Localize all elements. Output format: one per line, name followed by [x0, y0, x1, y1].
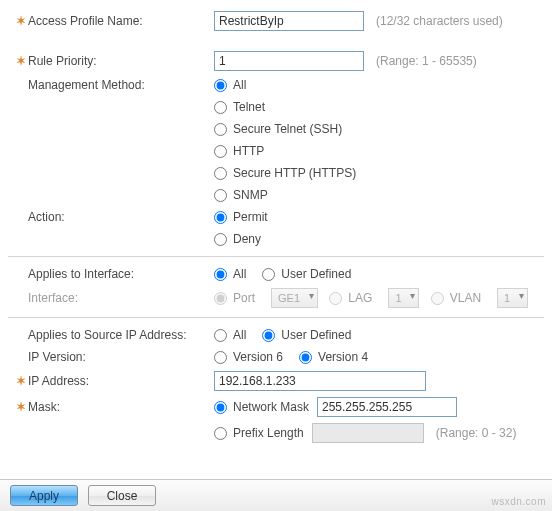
applies-source-ip-label: Applies to Source IP Address: — [28, 328, 214, 342]
rule-priority-label: Rule Priority: — [28, 54, 214, 68]
applies-interface-all-radio[interactable] — [214, 268, 227, 281]
mask-prefix-radio[interactable] — [214, 427, 227, 440]
applies-interface-user-label: User Defined — [281, 267, 351, 281]
ip-version-4-radio[interactable] — [299, 351, 312, 364]
interface-label: Interface: — [28, 291, 214, 305]
mgmt-http-radio[interactable] — [214, 145, 227, 158]
interface-vlan-radio — [431, 292, 444, 305]
ip-address-input[interactable] — [214, 371, 426, 391]
ip-address-label: IP Address: — [28, 374, 214, 388]
interface-vlan-label: VLAN — [450, 291, 481, 305]
mgmt-ssh-label: Secure Telnet (SSH) — [233, 122, 342, 136]
mgmt-snmp-radio[interactable] — [214, 189, 227, 202]
mask-network-label: Network Mask — [233, 400, 309, 414]
interface-lag-select: 1 — [388, 288, 419, 308]
divider — [8, 256, 544, 257]
close-button[interactable]: Close — [88, 485, 156, 506]
mask-network-radio[interactable] — [214, 401, 227, 414]
interface-port-radio — [214, 292, 227, 305]
mgmt-https-radio[interactable] — [214, 167, 227, 180]
mask-label: Mask: — [28, 400, 214, 414]
ip-version-4-label: Version 4 — [318, 350, 368, 364]
action-permit-radio[interactable] — [214, 211, 227, 224]
mgmt-method-label: Management Method: — [28, 78, 214, 92]
required-icon: ✶ — [16, 54, 28, 68]
rule-priority-input[interactable] — [214, 51, 364, 71]
profile-name-hint: (12/32 characters used) — [368, 14, 503, 28]
divider — [8, 317, 544, 318]
applies-interface-user-radio[interactable] — [262, 268, 275, 281]
ip-version-6-radio[interactable] — [214, 351, 227, 364]
profile-name-label: Access Profile Name: — [28, 14, 214, 28]
mgmt-telnet-radio[interactable] — [214, 101, 227, 114]
interface-lag-label: LAG — [348, 291, 372, 305]
action-permit-label: Permit — [233, 210, 268, 224]
footer-bar: Apply Close — [0, 479, 552, 511]
required-icon: ✶ — [16, 14, 28, 28]
watermark: wsxdn.com — [491, 496, 546, 507]
mask-prefix-input — [312, 423, 424, 443]
interface-vlan-select: 1 — [497, 288, 528, 308]
ip-version-label: IP Version: — [28, 350, 214, 364]
interface-port-select: GE1 — [271, 288, 318, 308]
apply-button[interactable]: Apply — [10, 485, 78, 506]
mgmt-ssh-radio[interactable] — [214, 123, 227, 136]
interface-lag-radio — [329, 292, 342, 305]
applies-source-ip-all-label: All — [233, 328, 246, 342]
required-icon: ✶ — [16, 400, 28, 414]
action-deny-radio[interactable] — [214, 233, 227, 246]
applies-interface-all-label: All — [233, 267, 246, 281]
mgmt-snmp-label: SNMP — [233, 188, 268, 202]
mgmt-https-label: Secure HTTP (HTTPS) — [233, 166, 356, 180]
mask-prefix-label: Prefix Length — [233, 426, 304, 440]
profile-name-input[interactable] — [214, 11, 364, 31]
applies-interface-label: Applies to Interface: — [28, 267, 214, 281]
applies-source-ip-all-radio[interactable] — [214, 329, 227, 342]
action-deny-label: Deny — [233, 232, 261, 246]
mask-prefix-hint: (Range: 0 - 32) — [428, 426, 517, 440]
mgmt-all-radio[interactable] — [214, 79, 227, 92]
action-label: Action: — [28, 210, 214, 224]
ip-version-6-label: Version 6 — [233, 350, 283, 364]
mgmt-all-label: All — [233, 78, 246, 92]
interface-port-label: Port — [233, 291, 255, 305]
mgmt-http-label: HTTP — [233, 144, 264, 158]
mask-network-input[interactable] — [317, 397, 457, 417]
mgmt-telnet-label: Telnet — [233, 100, 265, 114]
applies-source-ip-user-label: User Defined — [281, 328, 351, 342]
applies-source-ip-user-radio[interactable] — [262, 329, 275, 342]
rule-priority-hint: (Range: 1 - 65535) — [368, 54, 477, 68]
required-icon: ✶ — [16, 374, 28, 388]
